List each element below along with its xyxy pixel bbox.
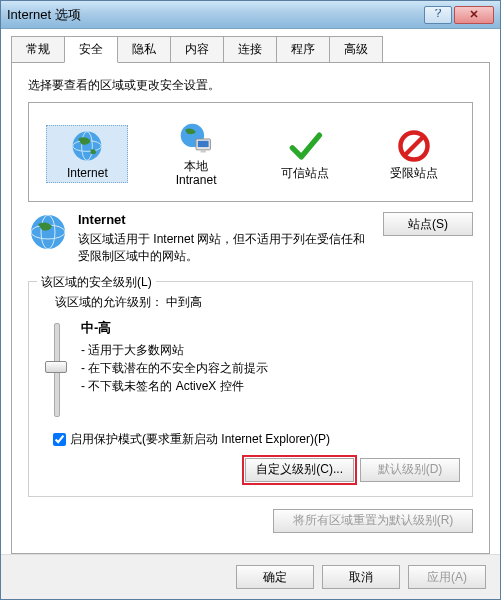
help-button[interactable]: ? <box>424 6 452 24</box>
slider-row: 中-高 适用于大多数网站 在下载潜在的不安全内容之前提示 不下载未签名的 Act… <box>47 319 460 415</box>
globe-monitor-icon <box>178 121 214 157</box>
zone-local-intranet[interactable]: 本地 Intranet <box>155 121 237 188</box>
svg-text:?: ? <box>435 9 442 19</box>
check-icon <box>287 128 323 164</box>
tab-general[interactable]: 常规 <box>11 36 65 63</box>
reset-row: 将所有区域重置为默认级别(R) <box>28 509 473 533</box>
svg-point-1 <box>73 131 102 160</box>
zone-label: 可信站点 <box>281 166 329 180</box>
zone-label: 本地 Intranet <box>176 159 217 188</box>
default-level-button[interactable]: 默认级别(D) <box>360 458 460 482</box>
window-controls: ? <box>424 6 494 24</box>
zone-restricted[interactable]: 受限站点 <box>373 128 455 180</box>
tab-security[interactable]: 安全 <box>64 36 118 63</box>
svg-point-10 <box>31 215 65 249</box>
tab-strip: 常规 安全 隐私 内容 连接 程序 高级 <box>11 36 490 63</box>
level-bullet: 在下载潜在的不安全内容之前提示 <box>81 359 268 377</box>
close-button[interactable] <box>454 6 494 24</box>
zone-description-row: Internet 该区域适用于 Internet 网站，但不适用于列在受信任和受… <box>28 212 473 265</box>
titlebar[interactable]: Internet 选项 ? <box>1 1 500 29</box>
allowed-level-row: 该区域的允许级别： 中到高 <box>55 294 460 311</box>
protected-mode-label: 启用保护模式(要求重新启动 Internet Explorer)(P) <box>70 431 330 448</box>
forbidden-icon <box>396 128 432 164</box>
tab-advanced[interactable]: 高级 <box>329 36 383 63</box>
svg-rect-7 <box>201 149 206 152</box>
group-legend: 该区域的安全级别(L) <box>37 274 156 291</box>
level-bullet: 适用于大多数网站 <box>81 341 268 359</box>
zone-description: Internet 该区域适用于 Internet 网站，但不适用于列在受信任和受… <box>78 212 373 265</box>
apply-button[interactable]: 应用(A) <box>408 565 486 589</box>
internet-options-window: Internet 选项 ? 常规 安全 隐私 内容 连接 程序 高级 选择要查看… <box>0 0 501 600</box>
svg-line-9 <box>405 137 423 155</box>
zone-internet[interactable]: Internet <box>46 125 128 183</box>
level-name: 中-高 <box>81 320 111 335</box>
sites-button[interactable]: 站点(S) <box>383 212 473 236</box>
allowed-label: 该区域的允许级别： <box>55 295 163 309</box>
zone-label: Internet <box>67 166 108 180</box>
globe-icon <box>28 212 68 252</box>
protected-mode-row: 启用保护模式(要求重新启动 Internet Explorer)(P) <box>53 431 460 448</box>
custom-level-button[interactable]: 自定义级别(C)... <box>245 458 354 482</box>
protected-mode-checkbox[interactable] <box>53 433 66 446</box>
cancel-button[interactable]: 取消 <box>322 565 400 589</box>
security-panel: 选择要查看的区域或更改安全设置。 Internet 本地 Intranet 可信… <box>11 62 490 554</box>
tab-programs[interactable]: 程序 <box>276 36 330 63</box>
tab-privacy[interactable]: 隐私 <box>117 36 171 63</box>
security-level-group: 该区域的安全级别(L) 该区域的允许级别： 中到高 中-高 适用于大多数网站 在… <box>28 281 473 497</box>
svg-rect-6 <box>198 140 209 146</box>
zone-description-text: 该区域适用于 Internet 网站，但不适用于列在受信任和受限制区域中的网站。 <box>78 231 373 265</box>
dialog-body: 常规 安全 隐私 内容 连接 程序 高级 选择要查看的区域或更改安全设置。 In… <box>1 29 500 554</box>
reset-all-button[interactable]: 将所有区域重置为默认级别(R) <box>273 509 473 533</box>
security-slider[interactable] <box>47 323 65 415</box>
tab-content[interactable]: 内容 <box>170 36 224 63</box>
level-buttons: 自定义级别(C)... 默认级别(D) <box>41 458 460 482</box>
level-bullet: 不下载未签名的 ActiveX 控件 <box>81 377 268 395</box>
dialog-footer: 确定 取消 应用(A) <box>1 554 500 599</box>
tab-connections[interactable]: 连接 <box>223 36 277 63</box>
slider-thumb[interactable] <box>45 361 67 373</box>
window-title: Internet 选项 <box>7 6 81 24</box>
ok-button[interactable]: 确定 <box>236 565 314 589</box>
globe-icon <box>69 128 105 164</box>
zone-trusted[interactable]: 可信站点 <box>264 128 346 180</box>
level-bullets: 适用于大多数网站 在下载潜在的不安全内容之前提示 不下载未签名的 ActiveX… <box>81 341 268 395</box>
zone-list: Internet 本地 Intranet 可信站点 受限站点 <box>28 102 473 202</box>
zone-name-heading: Internet <box>78 212 373 227</box>
instruction-text: 选择要查看的区域或更改安全设置。 <box>28 77 473 94</box>
allowed-value: 中到高 <box>166 295 202 309</box>
level-text: 中-高 适用于大多数网站 在下载潜在的不安全内容之前提示 不下载未签名的 Act… <box>81 319 268 395</box>
zone-label: 受限站点 <box>390 166 438 180</box>
